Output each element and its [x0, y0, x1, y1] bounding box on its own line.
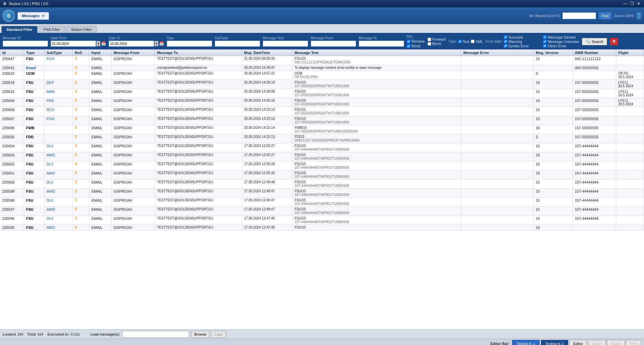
date-to-spin-up[interactable]: ▲: [154, 41, 158, 44]
table-row[interactable]: 235595FSUAWDSEMAILGSPRGXHTESTTEST@GOLDEN…: [0, 225, 644, 231]
cell-from: GSPRGXH: [111, 80, 155, 89]
subtype-filter-input[interactable]: [215, 41, 260, 47]
date-to-cal-icon[interactable]: 📅: [159, 41, 164, 46]
table-row[interactable]: 235607FSUFOHSEMAILGSPRGXHTESTTEST@GOLDEN…: [0, 116, 644, 125]
col-type: Type: [24, 50, 44, 56]
table-row[interactable]: 235601FSUAWDSEMAILGSPRGXHTESTTEST@GOLDEN…: [0, 170, 644, 180]
cell-text: FSU/15157-44444444KTWPRG/T1000K500: [292, 161, 461, 170]
cell-type: FSU: [24, 89, 44, 98]
testing-fc2-tab[interactable]: Testing fc 2: [541, 340, 568, 345]
table-row[interactable]: 235596FSUDLVSEMAILGSPRGXHTESTTEST@GOLDEN…: [0, 216, 644, 225]
date-from-spin-down[interactable]: ▼: [96, 44, 100, 46]
table-row[interactable]: 235622UCMSEMAILGSPRGXHTESTTEST@GOLDENSUP…: [0, 71, 644, 80]
text-type-checkbox[interactable]: [458, 40, 462, 43]
date-to-input[interactable]: [109, 41, 154, 47]
table-row[interactable]: 235602FSUDLVSEMAILGSPRGXHTESTTEST@GOLDEN…: [0, 161, 644, 170]
cell-text: FSU/15042-111111122PRGMLB/T500K2000: [292, 56, 461, 65]
message-text-input[interactable]: [263, 41, 308, 47]
cell-rxs: S: [72, 216, 89, 225]
table-row[interactable]: 235599FSUAWDSEMAILGSPRGXHTESTTEST@GOLDEN…: [0, 189, 644, 198]
table-row[interactable]: 235641EmailSEMAILconsigneetest@goldensup…: [0, 65, 644, 71]
load-message-input[interactable]: [122, 331, 189, 338]
warning-checkbox[interactable]: [504, 40, 507, 43]
date-from-spin-up[interactable]: ▲: [96, 41, 100, 44]
message-id-input[interactable]: [3, 41, 48, 47]
messages-tab-close[interactable]: ✕: [42, 14, 45, 18]
cell-input: EMAIL: [89, 225, 111, 231]
load-button[interactable]: Load: [211, 331, 226, 338]
cell-input: EMAIL: [89, 170, 111, 180]
succeed-checkbox[interactable]: [504, 35, 507, 39]
cell-datetime: 17.05.2024 12:49:47: [242, 198, 293, 207]
export-button[interactable]: Export: [607, 340, 625, 345]
other-error-checkbox-row: Other Error: [543, 44, 579, 48]
table-row[interactable]: 235603FSUAWDSEMAILGSPRGXHTESTTEST@GOLDEN…: [0, 152, 644, 161]
cell-flight: [616, 107, 644, 116]
forward-checkbox[interactable]: [428, 38, 431, 41]
type-filter-input[interactable]: [167, 41, 212, 47]
messages-tab[interactable]: Messages ✕: [17, 12, 49, 20]
message-unknown-checkbox[interactable]: [543, 40, 547, 43]
cell-rxs: S: [72, 161, 89, 170]
table-row[interactable]: 235600FSUDLVSEMAILGSPRGXHTESTTEST@GOLDEN…: [0, 180, 644, 189]
rs-label: R/S:: [407, 35, 425, 39]
air-waybill-label: Air Waybill [Ctrl+F]: [529, 14, 560, 18]
find-button[interactable]: Find: [599, 12, 611, 19]
cell-awb: 157-55555555: [573, 89, 616, 98]
cell-datetime: 20.05.2024 15:39:47: [242, 65, 293, 71]
search-button[interactable]: 🔍 Search: [582, 38, 607, 45]
message-to-input[interactable]: [359, 41, 404, 47]
find-input[interactable]: [562, 12, 596, 19]
zoom-out-button[interactable]: −: [637, 16, 641, 19]
receive-checkbox[interactable]: [407, 40, 410, 43]
cell-rxs: S: [72, 207, 89, 216]
cell-datetime: 20.05.2024 14:23:13: [242, 116, 293, 125]
col-input: Input: [89, 50, 111, 56]
cell-to: TESTTEST@GOLDENSUPPORT.EU: [155, 143, 242, 152]
fna-filter-tab[interactable]: FNA Filter: [39, 26, 65, 33]
clear-button[interactable]: ✕: [610, 38, 618, 45]
send-checkbox[interactable]: [407, 44, 410, 48]
col-message-text: Message Text: [292, 50, 461, 56]
date-from-input[interactable]: [51, 41, 96, 47]
table-row[interactable]: 235618FSUDEPSEMAILGSPRGXHTESTTEST@GOLDEN…: [0, 80, 644, 89]
table-row[interactable]: 235597FSUAWDSEMAILGSPRGXHTESTTEST@GOLDEN…: [0, 207, 644, 216]
table-row[interactable]: 235609FSUPRESEMAILGSPRGXHTESTTEST@GOLDEN…: [0, 98, 644, 107]
standard-filter-tab[interactable]: Standard Filter: [1, 26, 38, 33]
cell-rxs: S: [72, 125, 89, 134]
table-row[interactable]: 235604FSUDLVSEMAILGSPRGXHTESTTEST@GOLDEN…: [0, 143, 644, 152]
cell-datetime: 17.05.2024 12:55:27: [242, 152, 293, 161]
editor-button[interactable]: Editor: [569, 340, 587, 345]
maximize-button[interactable]: ❐: [629, 1, 635, 6]
loaded-status: Loaded 164: [3, 332, 23, 336]
xml-checkbox[interactable]: [471, 40, 475, 43]
receive-checkbox-row: Receive: [407, 39, 425, 43]
cell-to: TESTTEST@GOLDENSUPPORT.EU: [155, 216, 242, 225]
date-to-spin-down[interactable]: ▼: [154, 44, 158, 46]
browse-button[interactable]: Browse: [191, 331, 210, 338]
message-text-label: Message Text: [263, 36, 308, 40]
syntax-error-checkbox[interactable]: [504, 44, 507, 48]
table-row[interactable]: 235647FSUFOHSEMAILGSPRGXHTESTTEST@GOLDEN…: [0, 56, 644, 65]
minimize-button[interactable]: —: [623, 1, 628, 6]
message-denied-checkbox[interactable]: [543, 35, 547, 39]
message-from-input[interactable]: [311, 41, 356, 47]
table-row[interactable]: 235608FSURCSSEMAILGSPRGXHTESTTEST@GOLDEN…: [0, 107, 644, 116]
other-error-checkbox[interactable]: [543, 44, 547, 48]
cell-from: GSPRGXH: [111, 56, 155, 65]
table-row[interactable]: 235598FSUDLVSEMAILGSPRGXHTESTTEST@GOLDEN…: [0, 198, 644, 207]
message-denied-label: Message Denied: [548, 35, 576, 39]
table-row[interactable]: 235605FDDSEMAILGSPRGXHTESTTEST@GOLDENSUP…: [0, 134, 644, 143]
testing-fc1-tab[interactable]: Testing fc 1: [512, 340, 540, 345]
toport-button[interactable]: Toport: [588, 340, 606, 345]
date-from-cal-icon[interactable]: 📅: [101, 41, 106, 46]
cell-version: 15: [534, 116, 573, 125]
print-button[interactable]: Print: [626, 340, 641, 345]
zoom-in-button[interactable]: +: [637, 12, 641, 16]
table-row[interactable]: 235606FWBSEMAILGSPRGXHTESTTEST@GOLDENSUP…: [0, 125, 644, 134]
block-checkbox[interactable]: [428, 42, 431, 46]
close-button[interactable]: ✕: [636, 1, 641, 6]
cell-type: FWB: [24, 125, 44, 134]
table-row[interactable]: 235615FSUMANSEMAILGSPRGXHTESTTEST@GOLDEN…: [0, 89, 644, 98]
station-filter-tab[interactable]: Station Filter: [66, 26, 97, 33]
